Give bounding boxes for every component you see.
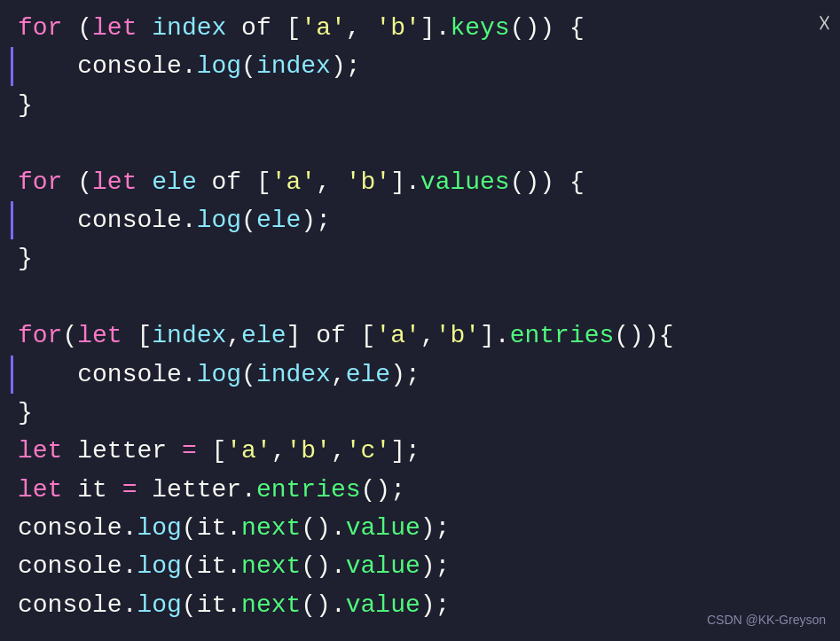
watermark: CSDN @KK-Greyson (707, 611, 826, 630)
code-line-12: console.log(it.next().value); (18, 509, 822, 547)
code-line-5: console.log(ele); (18, 201, 822, 239)
code-line-8: console.log(index,ele); (18, 356, 822, 394)
code-line-13: console.log(it.next().value); (18, 547, 822, 585)
code-line-blank1 (18, 124, 822, 162)
code-block: ☓ for (let index of ['a', 'b'].keys()) {… (0, 0, 840, 633)
code-line-4: for (let ele of ['a', 'b'].values()) { (18, 163, 822, 201)
code-line-blank2 (18, 278, 822, 317)
code-line-14: console.log(it.next().value); (18, 586, 822, 624)
code-line-1: for (let index of ['a', 'b'].keys()) { (18, 9, 822, 47)
code-line-6: } (18, 239, 822, 278)
code-line-3: } (18, 86, 822, 124)
code-line-9: } (18, 394, 822, 432)
code-line-11: let it = letter.entries(); (18, 471, 822, 509)
code-line-10: let letter = ['a','b','c']; (18, 432, 822, 470)
code-line-2: console.log(index); (18, 47, 822, 85)
code-line-7: for(let [index,ele] of ['a','b'].entries… (18, 317, 822, 355)
